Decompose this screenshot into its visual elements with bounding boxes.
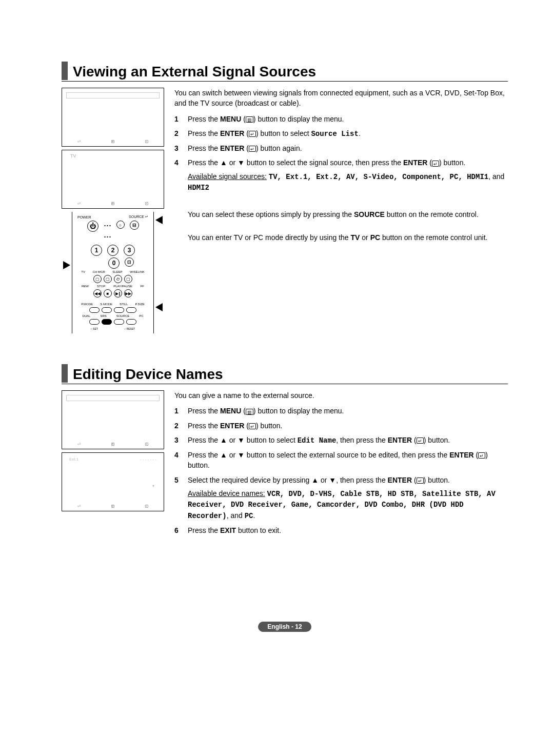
stop-icon: ■ [104,289,112,297]
play-pause-icon: ▶‖ [114,289,122,297]
instruction-column: You can give a name to the external sour… [174,390,508,540]
step-number: 5 [174,475,188,525]
enter-icon: ↵ [417,478,424,484]
num-1-button: 1 [91,245,102,256]
light-icon: ☼ [116,221,125,229]
step-number: 1 [174,114,188,128]
menu-icon: ▥ [246,116,253,123]
step-number: 1 [174,406,188,420]
section-title: Viewing an External Signal Sources [73,64,316,80]
remote-label-source: SOURCE [129,215,144,218]
osd-screenshot-4: Ext.1 - - - - - - - ▾ ⏎ ⊞ ⊡ [62,452,164,511]
osd-footer-icon: ⊞ [111,201,114,206]
osd-source-label: TV [70,153,161,158]
step-text: Press the MENU (▥) button to display the… [188,114,508,128]
illustration-column: ⏎ ⊞ ⊡ Ext.1 - - - - - - - ▾ ⏎ [62,390,164,540]
step-number: 3 [174,143,188,157]
enter-icon: ↵ [417,437,424,444]
osd-footer-icon: ⊡ [145,138,148,144]
osd-footer-icon: ⊞ [111,138,114,144]
page-footer: English - 12 [62,622,508,632]
step-number: 4 [174,157,188,197]
ff-icon: ▶▶ [124,289,132,297]
step-text: Press the ENTER (↵) button to select Sou… [188,128,508,143]
step-text: Press the EXIT button to exit. [188,525,508,540]
callout-arrow-left [63,261,70,269]
osd-footer-icon: ⏎ [77,201,81,206]
rewind-icon: ◀◀ [93,289,102,297]
enter-icon: ↵ [249,423,256,429]
step-text: Press the MENU (▥) button to display the… [188,406,508,420]
osd-screenshot-2: TV ⏎ ⊞ ⊡ [62,150,164,209]
osd-footer-icon: ⊡ [145,201,148,206]
section-title: Editing Device Names [73,367,223,383]
step-number: 6 [174,525,188,540]
page-number-badge: English - 12 [258,622,311,632]
callout-arrow-right-bottom [155,303,163,311]
available-sources-label: Available signal sources: [188,172,267,181]
remote-label-power: POWER [77,215,91,219]
tv-button: ▢ [93,275,102,283]
step-text: Select the required device by pressing ▲… [188,475,508,525]
remote-illustration: POWER SOURCE ↵ ⏻ ∘∘∘∘∘∘ ☼ ⊟ 1 2 3 [72,212,154,333]
osd-footer-icon: ⏎ [77,138,81,144]
step-text: Press the ENTER (↵) button again. [188,143,508,157]
enter-icon: ↵ [478,452,485,459]
step-text: Press the ▲ or ▼ button to select the si… [188,157,508,197]
section-header: Editing Device Names [62,364,508,384]
num-2-button: 2 [107,245,118,256]
callout-arrow-right-top [155,216,163,224]
title-accent-bar [62,62,68,80]
osd-screenshot-3: ⏎ ⊞ ⊡ [62,390,164,449]
menu-icon: ▥ [246,409,253,415]
available-devices-label: Available device names: [188,489,265,498]
step-text: Press the ENTER (↵) button. [188,421,508,435]
pc-button [126,319,136,325]
enter-icon: ↵ [432,161,439,167]
osd-screenshot-1: ⏎ ⊞ ⊡ [62,88,164,147]
remote-source-button [114,319,124,325]
step-number: 4 [174,450,188,475]
source-button: ⊟ [130,221,139,230]
step-number: 3 [174,435,188,450]
step-number: 2 [174,421,188,435]
num-0-button: 0 [108,257,120,269]
title-accent-bar [62,364,68,383]
illustration-column: ⏎ ⊞ ⊡ TV ⏎ ⊞ ⊡ [62,88,164,333]
enter-icon: ↵ [249,131,256,137]
step-text: Press the ▲ or ▼ button to select Edit N… [188,435,508,450]
section-editing-device-names: Editing Device Names ⏎ ⊞ ⊡ Ext.1 - [62,364,508,540]
instruction-column: You can switch between viewing signals f… [174,88,508,333]
num-3-button: 3 [124,245,135,256]
aux-button: ⊡ [125,257,134,267]
note-tv-pc-button: You can enter TV or PC mode directly by … [188,232,508,243]
step-text: Press the ▲ or ▼ button to select the ex… [188,450,508,475]
step-number: 2 [174,128,188,143]
power-icon: ⏻ [87,221,98,232]
osd-edit-name-value: - - - - - - - [140,457,156,462]
note-source-button: You can select these options simply by p… [188,209,508,220]
section-viewing-external: Viewing an External Signal Sources ⏎ ⊞ ⊡… [62,62,508,333]
osd-edit-name-label: Ext.1 [69,457,78,462]
enter-icon: ↵ [249,146,256,152]
section-intro: You can give a name to the external sour… [174,390,508,401]
section-intro: You can switch between viewing signals f… [174,88,508,109]
section-header: Viewing an External Signal Sources [62,62,508,82]
